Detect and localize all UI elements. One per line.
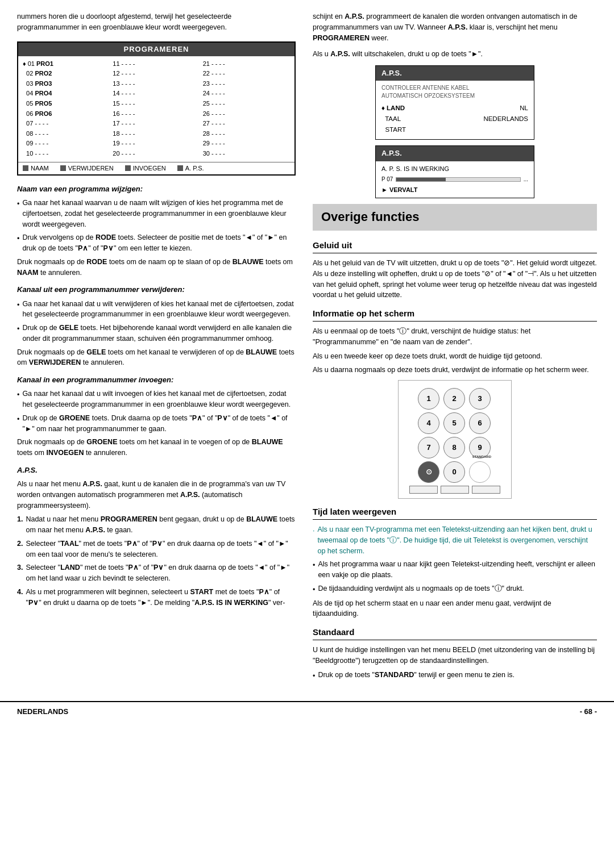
footer-naam: NAAM xyxy=(23,164,49,173)
kanaal-inv-bullet-1: • Ga naar het kanaal dat u wilt invoegen… xyxy=(17,389,296,410)
footer-aps: A. P.S. xyxy=(177,164,204,173)
bullet-dot-icon: • xyxy=(17,390,19,410)
prog-col-2: 11 - - - - 12 - - - - 13 - - - - 14 - - … xyxy=(113,59,200,159)
right-intro: schijnt en A.P.S. programmeert de kanale… xyxy=(313,11,597,43)
aps-row-land: ♦ LAND NL xyxy=(381,103,528,112)
verwijderen-square-icon xyxy=(60,165,66,171)
aps-box2-title: A.P.S. xyxy=(376,146,534,161)
invoegen-label: INVOEGEN xyxy=(133,164,166,173)
footer-invoegen: INVOEGEN xyxy=(125,164,166,173)
footer-language: NEDERLANDS xyxy=(17,707,68,717)
aps-numbered-4-text: Als u met programmeren wilt beginnen, se… xyxy=(26,587,296,608)
aps-numbered-1-text: Nadat u naar het menu PROGRAMEREN bent g… xyxy=(26,514,296,536)
aps-box1-title: A.P.S. xyxy=(376,66,534,81)
progress-bar-fill xyxy=(396,178,446,181)
naam-bullet-1: • Ga naar het kanaal waarvan u de naam w… xyxy=(17,198,296,229)
prog-table-body: ♦ 01 PRO1 02 PRO2 03 PRO3 04 PRO4 05 PRO… xyxy=(18,56,294,162)
naam-bullet-2: • Druk vervolgens op de RODE toets. Sele… xyxy=(17,232,296,254)
informatie-body3: Als u daarna nogmaals op deze toets druk… xyxy=(313,365,597,375)
aps-row-taal: TAAL NEDERLANDS xyxy=(381,114,528,123)
list-item: 09 - - - - xyxy=(23,139,110,149)
aps-numbered-3-text: Selecteer "LAND" met de toets "P∧" of "P… xyxy=(26,562,296,584)
aps-box2-body: A. P. S. IS IN WERKING P 07 ... ► VERVAL… xyxy=(376,161,534,198)
aps-box1-subtitle: CONTROLEER ANTENNE KABELAUTOMATISCH OPZO… xyxy=(381,84,528,100)
aps-row-land-label: ♦ LAND xyxy=(381,103,405,112)
list-item: 27 - - - - xyxy=(203,119,290,129)
list-item: 06 PRO6 xyxy=(23,109,110,119)
tijd-bullet-teal-text: Als u naar een TV-programma met een Tele… xyxy=(317,524,597,556)
remote-btn-circle: ⊙ xyxy=(418,461,439,483)
tijd-bullet-2-text: De tijdaanduiding verdwijnt als u nogmaa… xyxy=(318,583,524,595)
num-label: 1. xyxy=(17,514,23,536)
tijd-bullet-1: • Als het programma waar u naar kijkt ge… xyxy=(313,559,597,581)
list-item: 24 - - - - xyxy=(203,89,290,99)
list-item: 23 - - - - xyxy=(203,79,290,89)
naam-square-icon xyxy=(23,165,28,171)
bullet-dot-icon: • xyxy=(17,199,19,229)
list-item: 19 - - - - xyxy=(113,139,200,149)
aps-square-icon xyxy=(177,165,183,171)
informatie-heading: Informatie op het scherm xyxy=(313,307,597,322)
naam-bullet-2-text: Druk vervolgens op de RODE toets. Select… xyxy=(22,232,296,254)
kanaal-verw-heading: Kanaal uit een programmanummer verwijder… xyxy=(17,285,296,295)
num-label: 3. xyxy=(17,562,23,584)
remote-btn-0: 0 xyxy=(443,461,465,483)
standaard-bullet: • Druk op de toets "STANDARD" terwijl er… xyxy=(313,670,597,682)
footer-verwijderen: VERWIJDEREN xyxy=(60,164,114,173)
remote-control-image: 1 2 3 4 5 6 7 8 9STANDARD ⊙ 0 xyxy=(398,380,512,499)
bullet-dot-icon: • xyxy=(17,414,19,435)
list-item: 30 - - - - xyxy=(203,149,290,159)
list-item: 29 - - - - xyxy=(203,139,290,149)
tijd-bullet-1-text: Als het programma waar u naar kijkt geen… xyxy=(318,559,597,581)
remote-grid: 1 2 3 4 5 6 7 8 9STANDARD ⊙ 0 xyxy=(418,388,492,483)
bullet-dot-icon: • xyxy=(17,300,19,320)
page-footer: NEDERLANDS - 68 - xyxy=(0,701,614,721)
aps-progress-row: P 07 ... xyxy=(381,176,528,183)
list-item: 28 - - - - xyxy=(203,129,290,139)
bullet-dot-icon: • xyxy=(313,585,315,595)
prog-col-3: 21 - - - - 22 - - - - 23 - - - - 24 - - … xyxy=(203,59,290,159)
list-item: 10 - - - - xyxy=(23,149,110,159)
list-item: 04 PRO4 xyxy=(23,89,110,99)
naam-label: NAAM xyxy=(31,164,49,173)
kanaal-verw-bullet-1: • Ga naar het kanaal dat u wilt verwijde… xyxy=(17,299,296,320)
right-column: schijnt en A.P.S. programmeert de kanale… xyxy=(313,11,597,684)
list-item: 13 - - - - xyxy=(113,79,200,89)
remote-rect-2 xyxy=(441,486,469,494)
list-item: 15 - - - - xyxy=(113,99,200,109)
prog-table-footer: NAAM VERWIJDEREN INVOEGEN A. P.S. xyxy=(18,162,294,174)
naam-bullet-1-text: Ga naar het kanaal waarvan u de naam wil… xyxy=(22,198,296,229)
remote-btn-empty xyxy=(469,461,491,483)
naam-body1: Druk nogmaals op de RODE toets om de naa… xyxy=(17,257,296,278)
kanaal-inv-bullet-2-text: Druk op de GROENE toets. Druk daarna op … xyxy=(22,413,296,435)
list-item: 22 - - - - xyxy=(203,69,290,79)
kanaal-verw-body1: Druk nogmaals op de GELE toets om het ka… xyxy=(17,347,296,369)
list-item: 16 - - - - xyxy=(113,109,200,119)
list-item: 25 - - - - xyxy=(203,99,290,109)
tijd-bullet-2: • De tijdaanduiding verdwijnt als u nogm… xyxy=(313,583,597,595)
geluid-uit-body: Als u het geluid van de TV wilt uitzette… xyxy=(313,258,597,301)
aps-numbered-3: 3. Selecteer "LAND" met de toets "P∧" of… xyxy=(17,562,296,584)
remote-bottom-row xyxy=(403,486,507,494)
bullet-dot-icon: • xyxy=(17,324,19,344)
aps-turn-off-text: Als u A.P.S. wilt uitschakelen, drukt u … xyxy=(313,49,597,60)
aps-row-taal-label: TAAL xyxy=(381,114,401,123)
remote-btn-2: 2 xyxy=(443,388,465,410)
remote-btn-3: 3 xyxy=(469,388,491,410)
list-item: 21 - - - - xyxy=(203,59,290,69)
list-item: 26 - - - - xyxy=(203,109,290,119)
remote-btn-4: 4 xyxy=(418,412,439,434)
prog-table-title: PROGRAMEREN xyxy=(18,43,294,56)
aps-box-1: A.P.S. CONTROLEER ANTENNE KABELAUTOMATIS… xyxy=(375,65,534,140)
aps-label: A. P.S. xyxy=(185,164,204,173)
aps-box1-body: CONTROLEER ANTENNE KABELAUTOMATISCH OPZO… xyxy=(376,81,534,139)
aps-channel: P 07 xyxy=(381,176,393,183)
list-item: 05 PRO5 xyxy=(23,99,110,109)
list-item: 07 - - - - xyxy=(23,119,110,129)
remote-btn-1: 1 xyxy=(418,388,439,410)
tijd-bullet-teal: · Als u naar een TV-programma met een Te… xyxy=(313,524,597,556)
verwijderen-label: VERWIJDEREN xyxy=(68,164,114,173)
tijd-body: Als de tijd op het scherm staat en u naa… xyxy=(313,598,597,620)
informatie-body2: Als u een tweede keer op deze toets druk… xyxy=(313,351,597,362)
remote-rect-1 xyxy=(409,486,438,494)
